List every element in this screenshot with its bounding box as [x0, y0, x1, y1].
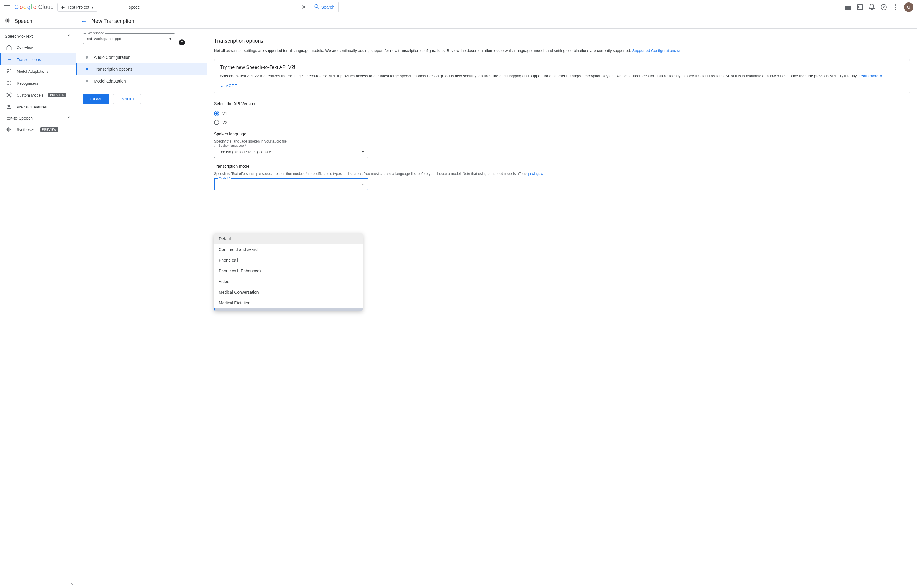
svg-rect-12	[7, 58, 8, 58]
radio-icon	[214, 111, 219, 116]
workspace-select[interactable]: Workspace sst_workspace_ppd ▾	[83, 33, 175, 44]
model-option[interactable]: Command and search	[214, 244, 362, 255]
step-dot-icon	[86, 56, 88, 58]
avatar[interactable]: G	[904, 2, 914, 12]
submit-button[interactable]: SUBMIT	[83, 94, 109, 104]
svg-point-0	[315, 5, 318, 8]
model-option[interactable]: Phone call (Enhanced)	[214, 265, 362, 276]
svg-rect-41	[10, 128, 10, 131]
svg-rect-16	[7, 61, 8, 61]
terminal-icon[interactable]	[856, 3, 864, 11]
sidebar-item-transcriptions[interactable]: Transcriptions	[0, 53, 76, 65]
speech-product-icon	[5, 18, 11, 25]
home-icon	[6, 45, 12, 50]
sidebar-group-stt[interactable]: Speech-to-Text ⌃	[0, 31, 76, 42]
chevron-down-icon: ▾	[92, 5, 94, 10]
model-select[interactable]: Model * ▾	[214, 178, 369, 191]
sidebar-item-preview-features[interactable]: Preview Features	[0, 101, 76, 113]
project-picker[interactable]: ◆◦ Test Project ▾	[57, 3, 97, 11]
svg-rect-18	[7, 69, 8, 70]
content-heading: Transcription options	[214, 38, 910, 44]
clear-icon[interactable]: ✕	[302, 4, 306, 10]
collapse-sidebar-icon[interactable]: ◁	[70, 581, 73, 586]
more-icon[interactable]	[892, 3, 899, 11]
search-input[interactable]	[129, 5, 302, 10]
help-icon[interactable]	[880, 3, 887, 11]
sidebar-group-tts[interactable]: Text-to-Speech ⌃	[0, 113, 76, 124]
svg-rect-9	[7, 19, 8, 22]
svg-point-35	[10, 93, 11, 94]
more-button[interactable]: ⌄ MORE	[220, 84, 904, 88]
spoken-language-section-title: Spoken language	[214, 132, 910, 136]
cloud-shell-icon[interactable]	[844, 3, 852, 11]
svg-point-34	[7, 93, 8, 94]
model-option[interactable]: Medical Dictation	[214, 297, 362, 308]
search-input-wrap: ✕	[125, 2, 310, 13]
api-version-section-title: Select the API Version	[214, 101, 910, 106]
svg-rect-17	[8, 61, 11, 61]
pricing-link[interactable]: pricing. ⧉	[528, 172, 544, 176]
model-option[interactable]: Medical Conversation	[214, 287, 362, 297]
svg-rect-8	[6, 18, 7, 22]
external-link-icon: ⧉	[879, 74, 882, 78]
cancel-button[interactable]: CANCEL	[113, 94, 141, 104]
svg-rect-23	[10, 69, 11, 70]
content-description: Not all advanced settings are supported …	[214, 48, 910, 54]
step-dot-icon	[86, 68, 88, 70]
spoken-language-select[interactable]: Spoken language * English (United States…	[214, 146, 369, 158]
model-option[interactable]: Video	[214, 276, 362, 287]
transcriptions-icon	[6, 57, 12, 62]
model-option[interactable]: Long	[214, 308, 362, 311]
svg-line-1	[317, 7, 319, 9]
notifications-icon[interactable]	[868, 3, 875, 11]
step-transcription-options[interactable]: Transcription options	[76, 63, 207, 75]
supported-configurations-link[interactable]: Supported Configurations ⧉	[632, 48, 680, 53]
model-option[interactable]: Phone call	[214, 255, 362, 265]
svg-rect-39	[7, 128, 8, 131]
svg-rect-29	[10, 83, 11, 84]
sidebar-item-recognizers[interactable]: Recognizers	[0, 77, 76, 89]
svg-point-6	[895, 9, 896, 10]
sidebar-item-synthesize[interactable]: Synthesize PREVIEW	[0, 124, 76, 136]
preview-badge: PREVIEW	[40, 128, 58, 132]
help-tooltip-icon[interactable]: ?	[179, 39, 185, 45]
step-audio-configuration[interactable]: Audio Configuration	[83, 52, 199, 63]
radio-v2[interactable]: V2	[214, 118, 910, 127]
adaptations-icon	[6, 68, 12, 74]
learn-more-link[interactable]: Learn more ⧉	[859, 74, 883, 78]
svg-rect-42	[10, 129, 11, 130]
sidebar-item-overview[interactable]: Overview	[0, 42, 76, 53]
spoken-language-value: English (United States) - en-US	[218, 150, 272, 154]
menu-icon[interactable]	[3, 3, 11, 11]
card-title: Try the new Speech-to-Text API V2!	[220, 65, 904, 70]
step-dot-icon	[86, 80, 88, 82]
top-bar: Google Cloud ◆◦ Test Project ▾ ✕ Search …	[0, 0, 917, 14]
svg-rect-28	[8, 83, 9, 84]
svg-rect-31	[8, 84, 9, 85]
sidebar-item-model-adaptations[interactable]: Model Adaptations	[0, 65, 76, 77]
custom-models-icon	[6, 92, 12, 98]
project-name: Test Project	[68, 5, 89, 10]
svg-rect-30	[7, 84, 8, 85]
svg-rect-40	[8, 128, 9, 132]
svg-point-4	[895, 5, 896, 6]
svg-rect-26	[10, 81, 11, 82]
step-model-adaptation[interactable]: Model adaptation	[83, 75, 199, 87]
search-button[interactable]: Search	[310, 2, 339, 13]
spoken-language-help: Specify the language spoken in your audi…	[214, 139, 910, 144]
api-v2-card: Try the new Speech-to-Text API V2! Speec…	[214, 58, 910, 94]
svg-point-5	[895, 6, 896, 8]
radio-v1[interactable]: V1	[214, 109, 910, 118]
chevron-down-icon: ▾	[362, 182, 364, 186]
chevron-down-icon: ▾	[362, 150, 364, 154]
svg-rect-38	[6, 129, 7, 130]
external-link-icon: ⧉	[540, 172, 543, 176]
external-link-icon: ⧉	[677, 49, 680, 53]
svg-rect-11	[10, 19, 10, 22]
sidebar-item-custom-models[interactable]: Custom Models PREVIEW	[0, 89, 76, 101]
model-option[interactable]: Default	[214, 233, 362, 244]
back-arrow-icon[interactable]: ←	[81, 18, 87, 25]
svg-rect-15	[8, 59, 11, 60]
google-cloud-logo[interactable]: Google Cloud	[14, 3, 54, 10]
card-body: Speech-to-Text API V2 modernizes the exi…	[220, 73, 904, 79]
